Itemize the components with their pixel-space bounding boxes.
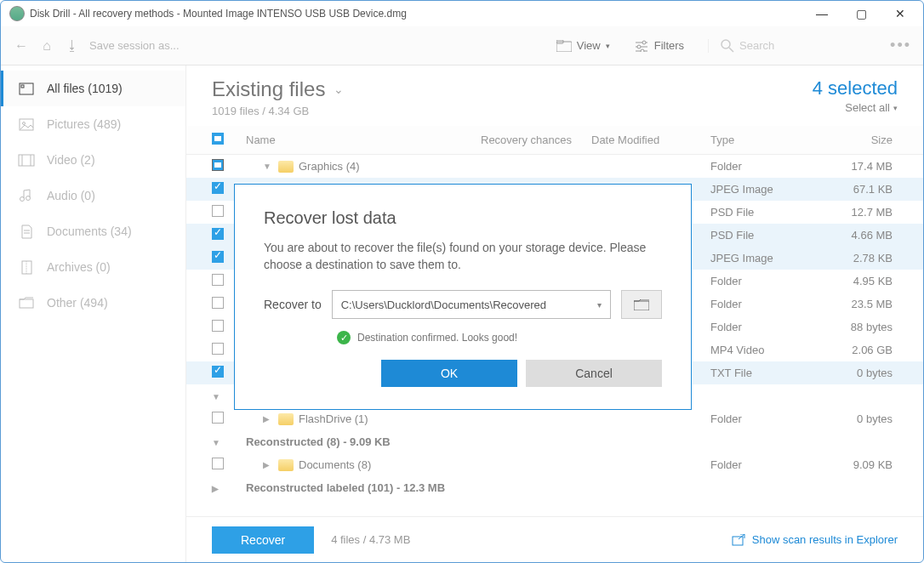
toolbar: ← ⌂ ⭳ Save session as... View ▾ Filters … <box>1 26 923 65</box>
chevron-down-icon[interactable]: ⌄ <box>334 82 344 96</box>
save-session[interactable]: Save session as... <box>89 39 180 52</box>
select-all[interactable]: Select all ▾ <box>813 101 898 114</box>
expand-icon[interactable]: ▼ <box>212 438 227 447</box>
svg-point-6 <box>637 45 641 48</box>
expand-icon[interactable]: ▶ <box>212 484 227 493</box>
close-button[interactable]: ✕ <box>881 1 920 26</box>
sidebar-item-documents[interactable]: Documents (34) <box>1 213 185 249</box>
col-size[interactable]: Size <box>813 134 898 146</box>
table-header: Name Recovery chances Date Modified Type… <box>186 126 923 155</box>
page-title: Existing files ⌄ <box>212 77 344 101</box>
home-icon[interactable]: ⌂ <box>38 38 55 54</box>
svg-point-5 <box>642 41 646 44</box>
svg-rect-11 <box>21 85 24 88</box>
footer: Recover 4 files / 4.73 MB Show scan resu… <box>186 516 923 562</box>
recover-to-label: Recover to <box>264 298 322 311</box>
col-type[interactable]: Type <box>710 134 813 146</box>
app-icon <box>9 6 25 21</box>
minimize-button[interactable]: — <box>802 1 841 26</box>
filters-button[interactable]: Filters <box>634 39 684 52</box>
sidebar-item-archives[interactable]: Archives (0) <box>1 249 185 285</box>
expand-icon[interactable]: ▶ <box>263 414 278 424</box>
selection-count: 4 selected <box>813 77 898 100</box>
sidebar-item-audio[interactable]: Audio (0) <box>1 178 185 213</box>
table-group[interactable]: ▼ Reconstructed (8) - 9.09 KB <box>186 430 923 453</box>
sidebar-item-label: Archives (0) <box>47 260 111 274</box>
col-name[interactable]: Name <box>246 134 481 146</box>
row-checkbox[interactable] <box>212 458 224 469</box>
table-row[interactable]: ▶FlashDrive (1) Folder 0 bytes <box>186 407 923 430</box>
pictures-icon <box>18 117 35 132</box>
search-box[interactable]: Search <box>708 39 878 53</box>
svg-point-7 <box>641 49 644 52</box>
table-row[interactable]: ▶Documents (8) Folder 9.09 KB <box>186 453 923 476</box>
row-checkbox[interactable] <box>212 205 224 217</box>
chevron-down-icon: ▾ <box>606 42 610 50</box>
folder-icon <box>634 299 649 310</box>
svg-line-9 <box>729 48 733 52</box>
col-date[interactable]: Date Modified <box>591 134 710 146</box>
sidebar-item-allfiles[interactable]: All files (1019) <box>1 71 185 106</box>
svg-rect-26 <box>634 301 649 310</box>
back-icon[interactable]: ← <box>13 38 30 54</box>
expand-icon[interactable]: ▼ <box>212 392 227 401</box>
more-menu[interactable]: ••• <box>890 37 911 54</box>
row-checkbox[interactable] <box>212 412 224 424</box>
table-row[interactable]: ▼Graphics (4) Folder 17.4 MB <box>186 155 923 178</box>
row-checkbox[interactable] <box>212 251 224 263</box>
row-checkbox[interactable] <box>212 182 224 194</box>
show-in-explorer[interactable]: Show scan results in Explorer <box>732 533 898 546</box>
row-checkbox[interactable] <box>212 274 224 286</box>
sidebar-item-other[interactable]: Other (494) <box>1 285 185 321</box>
destination-path[interactable]: C:\Users\Ducklord\Documents\Recovered ▾ <box>332 290 611 319</box>
titlebar: Disk Drill - All recovery methods - Moun… <box>1 1 923 26</box>
view-menu[interactable]: View ▾ <box>556 39 610 52</box>
download-icon[interactable]: ⭳ <box>64 38 81 54</box>
chevron-down-icon: ▾ <box>893 104 898 112</box>
row-checkbox[interactable] <box>212 320 224 332</box>
external-icon <box>732 534 745 546</box>
row-checkbox[interactable] <box>212 366 224 378</box>
sidebar-item-video[interactable]: Video (2) <box>1 142 185 178</box>
audio-icon <box>18 188 35 203</box>
maximize-button[interactable]: ▢ <box>841 1 881 26</box>
other-icon <box>18 295 35 310</box>
sidebar-item-label: Video (2) <box>47 153 95 167</box>
expand-icon[interactable]: ▼ <box>263 162 278 171</box>
svg-rect-24 <box>20 299 33 308</box>
svg-point-17 <box>20 197 25 202</box>
sidebar-item-label: Other (494) <box>47 296 108 310</box>
recover-button[interactable]: Recover <box>212 526 314 554</box>
folder-icon <box>556 40 572 52</box>
svg-point-8 <box>722 40 730 48</box>
files-icon <box>18 81 35 96</box>
svg-line-19 <box>24 190 30 191</box>
page-subtitle: 1019 files / 4.34 GB <box>212 105 344 117</box>
cancel-button[interactable]: Cancel <box>526 360 662 387</box>
folder-icon <box>278 459 294 471</box>
row-checkbox[interactable] <box>212 297 224 309</box>
expand-icon[interactable]: ▶ <box>263 460 278 469</box>
svg-rect-14 <box>19 155 34 166</box>
dialog-title: Recover lost data <box>264 208 662 228</box>
svg-point-13 <box>23 122 26 124</box>
col-recovery[interactable]: Recovery chances <box>481 134 591 146</box>
chevron-down-icon: ▾ <box>597 300 602 310</box>
select-all-checkbox[interactable] <box>212 133 224 145</box>
sidebar-item-pictures[interactable]: Pictures (489) <box>1 106 185 142</box>
footer-stat: 4 files / 4.73 MB <box>331 533 410 546</box>
table-group[interactable]: ▶ Reconstructed labeled (101) - 12.3 MB <box>186 476 923 499</box>
svg-rect-25 <box>733 537 743 545</box>
sidebar-item-label: All files (1019) <box>47 82 123 95</box>
destination-confirmed: ✓ Destination confirmed. Looks good! <box>337 331 662 344</box>
video-icon <box>18 152 35 168</box>
ok-button[interactable]: OK <box>381 360 517 387</box>
check-icon: ✓ <box>337 331 351 344</box>
sidebar-item-label: Pictures (489) <box>47 117 121 131</box>
window-title: Disk Drill - All recovery methods - Moun… <box>30 8 802 20</box>
row-checkbox[interactable] <box>212 343 224 355</box>
row-checkbox[interactable] <box>212 159 224 171</box>
svg-point-18 <box>26 196 31 201</box>
browse-button[interactable] <box>621 290 662 319</box>
row-checkbox[interactable] <box>212 228 224 240</box>
